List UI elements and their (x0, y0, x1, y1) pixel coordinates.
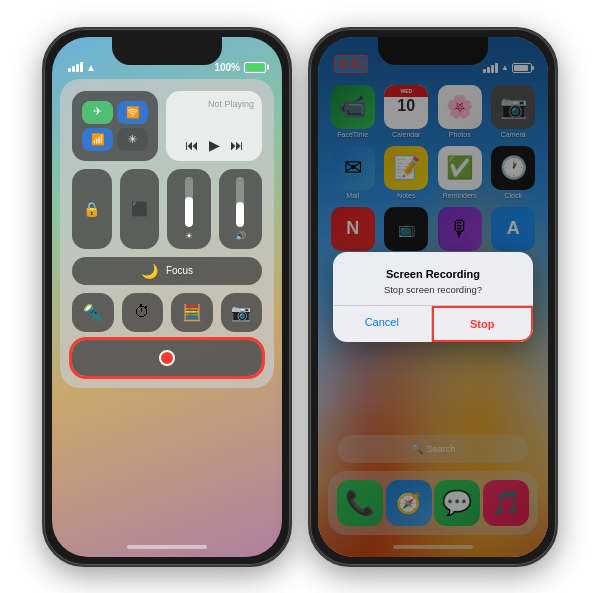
side-button[interactable] (290, 139, 292, 199)
rotation-icon: 🔒 (83, 201, 100, 217)
phones-container: ▲ 100% ✈ (0, 0, 600, 593)
camera-cc-btn[interactable]: 📷 (221, 293, 263, 332)
focus-btn[interactable]: 🌙 Focus (72, 257, 262, 285)
bluetooth-icon: ✳ (128, 133, 137, 146)
wifi-btn[interactable]: 🛜 (117, 101, 148, 124)
calculator-btn[interactable]: 🧮 (171, 293, 213, 332)
brightness-slider[interactable]: ☀ (167, 169, 211, 249)
signal-icon (68, 62, 83, 72)
prev-btn[interactable]: ⏮ (185, 137, 199, 153)
mirror-icon: ⬛ (131, 201, 148, 217)
focus-label: Focus (166, 265, 193, 276)
volume-icon: 🔊 (235, 231, 246, 241)
cc-row-1: ✈ 🛜 📶 ✳ (72, 91, 262, 161)
now-playing-label: Not Playing (174, 99, 254, 109)
cc-row-4: 🔦 ⏱ 🧮 📷 (72, 293, 262, 332)
play-btn[interactable]: ▶ (209, 137, 220, 153)
control-center-screen: ▲ 100% ✈ (52, 37, 282, 557)
battery-icon (244, 62, 266, 73)
calculator-icon: 🧮 (182, 303, 202, 322)
flashlight-icon: 🔦 (83, 303, 103, 322)
home-indicator-1 (127, 545, 207, 549)
record-dot (159, 350, 175, 366)
alert-content: Screen Recording Stop screen recording? (333, 252, 533, 305)
bluetooth-btn[interactable]: ✳ (117, 128, 148, 151)
home-screen: 9:41 ▲ (318, 37, 548, 557)
screen-record-btn[interactable] (72, 340, 262, 376)
alert-title: Screen Recording (349, 268, 517, 280)
camera-icon: 📷 (231, 303, 251, 322)
timer-btn[interactable]: ⏱ (122, 293, 164, 332)
rotation-lock-btn[interactable]: 🔒 (72, 169, 112, 249)
notch-1 (112, 37, 222, 65)
alert-overlay: Screen Recording Stop screen recording? … (318, 37, 548, 557)
cell-btn[interactable]: 📶 (82, 128, 113, 151)
cc-row-3: 🌙 Focus (72, 257, 262, 285)
cancel-button[interactable]: Cancel (333, 306, 432, 342)
status-right: 100% (214, 62, 266, 73)
cc-row-5 (72, 340, 262, 376)
moon-icon: 🌙 (141, 263, 158, 279)
media-tile: Not Playing ⏮ ▶ ⏭ (166, 91, 262, 161)
airplane-btn[interactable]: ✈ (82, 101, 113, 124)
next-btn[interactable]: ⏭ (230, 137, 244, 153)
network-tile: ✈ 🛜 📶 ✳ (72, 91, 158, 161)
phone-2-screen: 9:41 ▲ (318, 37, 548, 557)
timer-icon: ⏱ (134, 303, 150, 321)
phone-2: 9:41 ▲ (308, 27, 558, 567)
alert-message: Stop screen recording? (349, 284, 517, 295)
battery-percent: 100% (214, 62, 240, 73)
volume-track (236, 177, 244, 227)
alert-dialog: Screen Recording Stop screen recording? … (333, 252, 533, 342)
volume-slider[interactable]: 🔊 (219, 169, 263, 249)
vol-up-button-2[interactable] (308, 119, 310, 154)
flashlight-btn[interactable]: 🔦 (72, 293, 114, 332)
phone-1-screen: ▲ 100% ✈ (52, 37, 282, 557)
brightness-track (185, 177, 193, 227)
side-button-2[interactable] (556, 139, 558, 199)
airplane-icon: ✈ (93, 105, 102, 118)
brightness-icon: ☀ (185, 231, 193, 241)
phone-1: ▲ 100% ✈ (42, 27, 292, 567)
cell-icon: 📶 (91, 133, 105, 146)
stop-button[interactable]: Stop (432, 306, 534, 342)
alert-buttons: Cancel Stop (333, 305, 533, 342)
status-left: ▲ (68, 62, 96, 73)
control-center-panel: ✈ 🛜 📶 ✳ (60, 79, 274, 388)
battery-fill (246, 64, 264, 71)
vol-up-button[interactable] (42, 119, 44, 154)
cc-row-2: 🔒 ⬛ ☀ (72, 169, 262, 249)
vol-down-button-2[interactable] (308, 164, 310, 199)
media-controls: ⏮ ▶ ⏭ (174, 137, 254, 153)
wifi-icon: ▲ (86, 62, 96, 73)
vol-down-button[interactable] (42, 164, 44, 199)
volume-fill (236, 202, 244, 227)
screen-mirror-btn[interactable]: ⬛ (120, 169, 160, 249)
wifi-icon-cc: 🛜 (126, 106, 140, 119)
brightness-fill (185, 197, 193, 227)
